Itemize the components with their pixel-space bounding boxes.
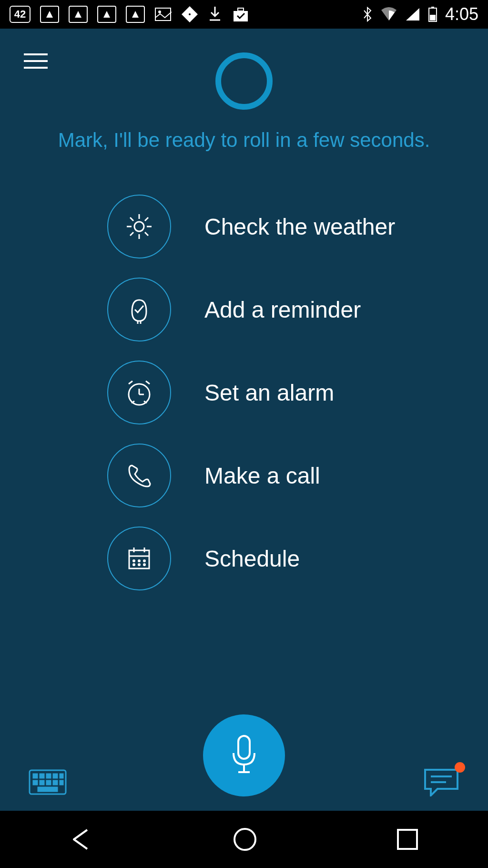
download-icon: [208, 6, 222, 23]
suggestion-label: Make a call: [204, 463, 320, 489]
svg-rect-46: [33, 774, 37, 778]
svg-rect-48: [47, 774, 51, 778]
svg-point-43: [139, 564, 140, 566]
svg-point-41: [144, 560, 145, 562]
nav-back-button[interactable]: [68, 826, 95, 853]
bottom-action-bar: [0, 768, 488, 796]
svg-rect-54: [53, 781, 57, 785]
phone-icon: [107, 444, 171, 507]
notification-icon: [97, 6, 116, 23]
svg-rect-55: [60, 781, 63, 785]
svg-point-44: [144, 564, 145, 566]
svg-point-17: [134, 222, 144, 231]
alarm-icon: [107, 361, 171, 424]
suggestion-alarm[interactable]: Set an alarm: [107, 361, 488, 424]
status-right-icons: 4:05: [362, 4, 478, 24]
svg-rect-49: [53, 774, 57, 778]
suggestion-reminder[interactable]: Add a reminder: [107, 278, 488, 341]
cortana-main: Mark, I'll be ready to roll in a few sec…: [0, 29, 488, 811]
suggestion-label: Add a reminder: [204, 297, 361, 323]
svg-point-42: [133, 564, 135, 566]
keyboard-button[interactable]: [29, 769, 67, 795]
reminder-icon: [107, 278, 171, 341]
suggestion-label: Set an alarm: [204, 380, 334, 406]
notification-icon: [126, 6, 145, 23]
svg-rect-63: [398, 830, 417, 849]
svg-rect-57: [238, 736, 250, 759]
svg-point-39: [133, 560, 135, 562]
suggestion-label: Check the weather: [204, 214, 395, 240]
briefcase-check-icon: [232, 6, 250, 22]
hamburger-menu-button[interactable]: [24, 52, 52, 72]
cortana-logo-icon: [215, 52, 273, 110]
svg-point-5: [158, 10, 161, 13]
svg-rect-12: [431, 7, 434, 8]
svg-line-31: [129, 381, 132, 384]
suggestion-label: Schedule: [204, 546, 300, 572]
svg-point-62: [234, 829, 255, 850]
android-nav-bar: [0, 811, 488, 868]
greeting-message: Mark, I'll be ready to roll in a few sec…: [0, 129, 488, 195]
image-icon: [154, 7, 172, 21]
svg-line-32: [146, 381, 150, 384]
android-status-bar: 42: [0, 0, 488, 29]
weather-icon: [107, 195, 171, 258]
nav-recent-button[interactable]: [395, 827, 420, 852]
status-time: 4:05: [445, 4, 478, 24]
svg-rect-53: [47, 781, 51, 785]
svg-marker-3: [132, 11, 139, 18]
notification-icon: [69, 6, 88, 23]
suggestion-weather[interactable]: Check the weather: [107, 195, 488, 258]
notification-count-badge: 42: [10, 6, 30, 23]
svg-point-40: [139, 560, 140, 562]
svg-marker-0: [46, 11, 53, 18]
battery-icon: [428, 6, 437, 22]
suggestion-call[interactable]: Make a call: [107, 444, 488, 507]
svg-point-7: [189, 13, 191, 15]
svg-marker-10: [406, 8, 419, 21]
svg-line-24: [145, 217, 148, 221]
svg-rect-51: [33, 781, 37, 785]
suggestion-list: Check the weather Add a reminder: [0, 195, 488, 590]
dice-icon: [181, 6, 198, 23]
notification-dot: [455, 762, 465, 773]
suggestion-schedule[interactable]: Schedule: [107, 527, 488, 590]
status-left-icons: 42: [10, 6, 250, 23]
svg-marker-2: [103, 11, 110, 18]
svg-line-22: [130, 217, 133, 221]
svg-marker-1: [75, 11, 81, 18]
svg-rect-50: [60, 774, 63, 778]
nav-home-button[interactable]: [232, 826, 258, 853]
svg-line-23: [145, 232, 148, 236]
svg-rect-9: [238, 8, 244, 11]
svg-rect-47: [40, 774, 44, 778]
svg-rect-52: [40, 781, 44, 785]
cell-signal-icon: [405, 7, 420, 21]
calendar-icon: [107, 527, 171, 590]
microphone-button[interactable]: [203, 714, 285, 796]
wifi-icon: [380, 7, 397, 21]
chat-button[interactable]: [423, 768, 459, 796]
svg-rect-56: [38, 787, 57, 791]
bluetooth-icon: [362, 6, 373, 23]
svg-rect-13: [430, 15, 436, 21]
svg-line-25: [130, 232, 133, 236]
notification-icon: [40, 6, 59, 23]
